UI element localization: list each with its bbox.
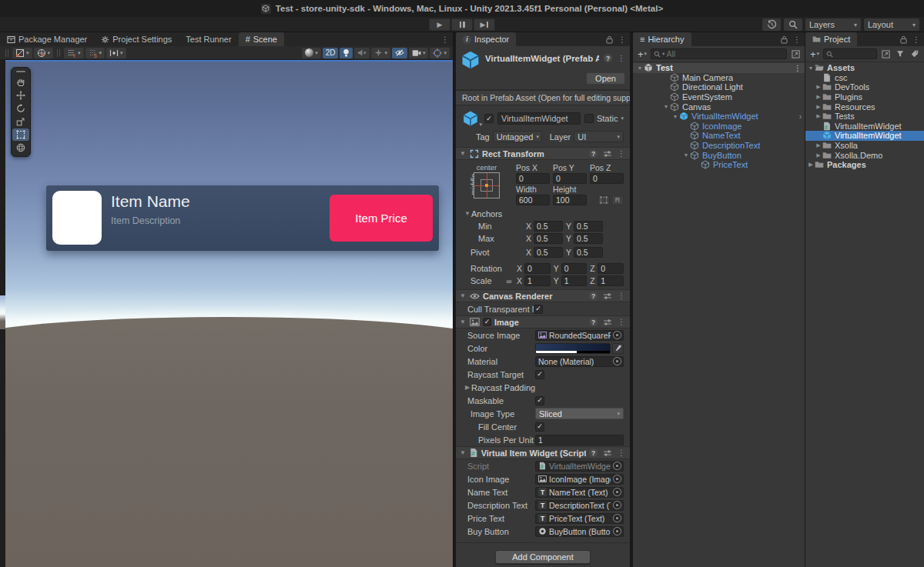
- rotate-tool-button[interactable]: [12, 102, 29, 115]
- project-item-packages[interactable]: ▶ Packages: [805, 160, 924, 170]
- foldout-icon[interactable]: ▶: [815, 152, 822, 158]
- help-icon[interactable]: ?: [589, 292, 598, 300]
- tab-inspector[interactable]: i Inspector: [456, 32, 516, 46]
- scale-y-field[interactable]: [561, 275, 588, 286]
- pivot-x-field[interactable]: [534, 247, 563, 258]
- foldout-icon[interactable]: ▼: [459, 150, 467, 157]
- buy-button-object-field[interactable]: BuyButton (Button): [535, 526, 624, 537]
- step-button[interactable]: ▶: [474, 18, 495, 31]
- cull-transparent-mesh-checkbox[interactable]: ✓: [534, 305, 543, 314]
- foldout-icon[interactable]: ▶: [815, 104, 822, 110]
- layers-dropdown[interactable]: Layers ▾: [805, 18, 861, 31]
- layer-dropdown[interactable]: UI ▾: [574, 131, 624, 142]
- project-item-virtualitemwidget-script[interactable]: VirtualItemWidget: [805, 122, 924, 132]
- material-object-field[interactable]: None (Material): [535, 356, 624, 367]
- hierarchy-search[interactable]: ▾: [651, 48, 787, 59]
- presets-icon[interactable]: [603, 150, 612, 158]
- tool-settings-button[interactable]: ▾: [12, 48, 32, 58]
- foldout-icon[interactable]: ▶: [815, 113, 822, 119]
- search-by-type-icon[interactable]: [894, 48, 906, 60]
- color-swatch[interactable]: [535, 343, 611, 354]
- project-item-virtualitemwidget-prefab[interactable]: VirtualItemWidget: [805, 131, 924, 141]
- grid-visibility-button[interactable]: ▾: [64, 48, 84, 58]
- foldout-icon[interactable]: ▶: [464, 384, 471, 391]
- menu-icon[interactable]: ⋮: [618, 54, 625, 62]
- static-toggle[interactable]: Static ▾: [584, 114, 624, 123]
- picker-icon[interactable]: [789, 48, 802, 60]
- snap-increment-button[interactable]: ▾: [85, 48, 105, 58]
- drag-handle[interactable]: [16, 71, 25, 72]
- foldout-icon[interactable]: ▶: [815, 84, 822, 90]
- hierarchy-item-virtualitemwidget[interactable]: ▼ VirtualItemWidget ›: [633, 112, 805, 122]
- gameobject-icon[interactable]: ▾: [462, 110, 480, 127]
- pos-y-field[interactable]: [553, 173, 587, 184]
- pivot-y-field[interactable]: [574, 247, 603, 258]
- rotation-z-field[interactable]: [598, 263, 624, 274]
- lock-icon[interactable]: [900, 35, 907, 44]
- open-prefab-button[interactable]: Open: [586, 72, 625, 85]
- help-icon[interactable]: ?: [589, 449, 598, 457]
- script-component-header[interactable]: ▼ Virtual Item Widget (Script) ? ⋮: [456, 446, 630, 459]
- grid-settings-button[interactable]: ▾: [34, 48, 54, 58]
- foldout-icon[interactable]: ▼: [459, 449, 467, 456]
- tab-scene[interactable]: # Scene: [239, 32, 284, 46]
- project-search-input[interactable]: [835, 49, 874, 58]
- hierarchy-item-main-camera[interactable]: Main Camera: [633, 73, 805, 83]
- anchor-min-x-field[interactable]: [534, 221, 563, 232]
- foldout-icon[interactable]: ▼: [459, 319, 467, 325]
- hierarchy-item-iconimage[interactable]: IconImage: [633, 122, 805, 132]
- project-item-resources[interactable]: ▶ Resources: [805, 102, 924, 112]
- height-field[interactable]: [553, 195, 587, 205]
- hierarchy-item-descriptiontext[interactable]: DescriptionText: [633, 141, 805, 151]
- scene-visibility-toggle[interactable]: [392, 48, 407, 58]
- foldout-icon[interactable]: ▼: [807, 65, 815, 71]
- camera-settings-button[interactable]: ▾: [409, 48, 429, 58]
- menu-icon[interactable]: ⋮: [618, 449, 625, 457]
- create-button[interactable]: + ▾: [636, 49, 648, 59]
- search-button[interactable]: [784, 18, 802, 31]
- object-picker-icon[interactable]: [613, 501, 621, 509]
- scene-lighting-toggle[interactable]: [340, 48, 353, 58]
- tab-package-manager[interactable]: Package Manager: [0, 32, 94, 46]
- virtual-item-widget-preview[interactable]: Item Name Item Description Item Price: [46, 185, 439, 251]
- tag-dropdown[interactable]: Untagged ▾: [493, 131, 542, 142]
- foldout-icon[interactable]: ▼: [459, 292, 467, 299]
- scale-x-field[interactable]: [524, 275, 551, 286]
- scene-menu-icon[interactable]: ⋮: [794, 64, 805, 72]
- anchor-diagram[interactable]: [474, 172, 500, 198]
- create-asset-button[interactable]: + ▾: [808, 49, 821, 59]
- hierarchy-item-canvas[interactable]: ▼ Canvas: [633, 102, 805, 112]
- tab-menu-icon[interactable]: ⋮: [441, 35, 449, 44]
- rect-tool-button[interactable]: [12, 128, 29, 141]
- foldout-icon[interactable]: ▶: [815, 94, 822, 100]
- play-button[interactable]: ▶: [429, 18, 450, 31]
- search-by-label-icon[interactable]: [909, 48, 921, 60]
- presets-icon[interactable]: [603, 292, 612, 300]
- menu-icon[interactable]: ⋮: [618, 149, 625, 158]
- foldout-icon[interactable]: ▼: [662, 104, 670, 109]
- lock-icon[interactable]: [606, 35, 613, 44]
- measure-button[interactable]: ▾: [106, 48, 126, 58]
- maskable-checkbox[interactable]: ✓: [535, 396, 544, 405]
- tab-project-settings[interactable]: Project Settings: [94, 32, 179, 46]
- buy-button-preview[interactable]: Item Price: [330, 195, 433, 242]
- anchor-max-x-field[interactable]: [534, 233, 563, 244]
- tab-menu-icon[interactable]: ⋮: [618, 35, 626, 44]
- scene-audio-toggle[interactable]: [354, 48, 370, 58]
- tab-project[interactable]: Project: [805, 32, 857, 46]
- help-icon[interactable]: ?: [589, 318, 598, 326]
- foldout-icon[interactable]: ▼: [671, 114, 679, 119]
- foldout-icon[interactable]: ▶: [815, 142, 822, 148]
- project-item-tests[interactable]: ▶ Tests: [805, 112, 924, 122]
- presets-icon[interactable]: [603, 449, 612, 457]
- hierarchy-item-eventsystem[interactable]: EventSystem: [633, 92, 805, 102]
- tab-hierarchy[interactable]: ≡ Hierarchy: [633, 32, 691, 46]
- transform-tool-button[interactable]: [12, 142, 29, 154]
- description-text-object-field[interactable]: T DescriptionText (Text): [535, 500, 624, 511]
- link-scale-icon[interactable]: ∞: [504, 277, 514, 285]
- object-picker-icon[interactable]: [613, 331, 621, 339]
- project-item-assets[interactable]: ▼ Assets: [805, 63, 924, 73]
- hand-tool-button[interactable]: [12, 76, 29, 88]
- icon-image-object-field[interactable]: IconImage (Image): [535, 474, 624, 485]
- project-search[interactable]: [823, 48, 877, 59]
